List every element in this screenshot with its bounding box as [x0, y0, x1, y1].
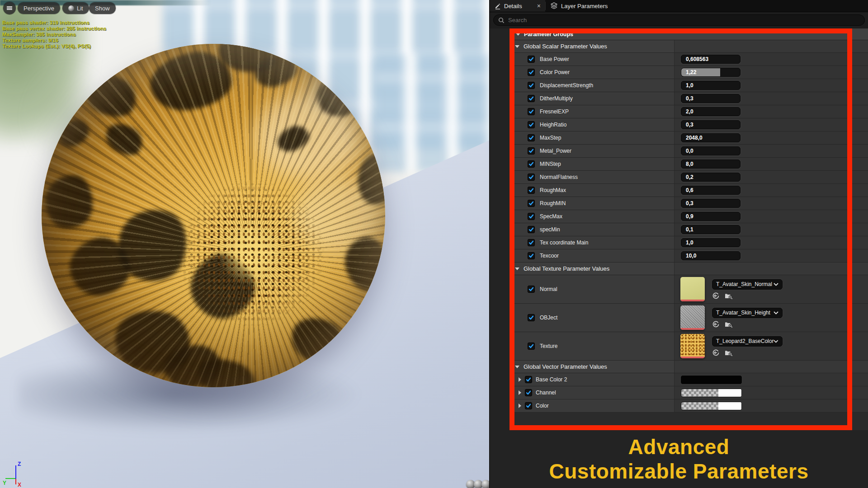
value-spinbox[interactable]: 2,0: [681, 107, 741, 116]
parameter-checkbox[interactable]: [525, 389, 532, 396]
value-spinbox[interactable]: 2048,0: [681, 133, 741, 142]
lit-button[interactable]: Lit: [62, 2, 89, 14]
parameter-checkbox[interactable]: [528, 134, 535, 141]
value-spinbox[interactable]: 1,0: [681, 81, 741, 90]
leopard-material-sphere[interactable]: [42, 44, 385, 387]
browse-to-asset-icon[interactable]: [724, 349, 733, 357]
expand-arrow-icon[interactable]: [519, 377, 521, 382]
parameter-name: Color: [536, 403, 549, 409]
value-spinbox[interactable]: 0,3: [681, 199, 741, 208]
parameter-checkbox[interactable]: [525, 402, 532, 409]
shader-stats-line: Base pass shader: 319 instructions: [2, 20, 106, 26]
scalar-parameter-row: Metal_Power 0,0: [510, 145, 868, 158]
parameter-checkbox[interactable]: [528, 286, 535, 293]
value-spinbox[interactable]: 0,3: [681, 94, 741, 103]
parameter-checkbox[interactable]: [528, 147, 535, 155]
perspective-button[interactable]: Perspective: [18, 2, 60, 14]
section-header-row[interactable]: Global Vector Parameter Values: [510, 361, 868, 373]
expand-arrow-icon[interactable]: [519, 390, 521, 395]
scalar-parameter-row: NormalFlatness 0,2: [510, 171, 868, 184]
parameter-checkbox[interactable]: [528, 56, 535, 63]
parameter-checkbox[interactable]: [528, 252, 535, 259]
parameter-checkbox[interactable]: [528, 108, 535, 115]
check-icon: [528, 135, 534, 141]
asset-dropdown[interactable]: T_Avatar_Skin_Height: [712, 308, 783, 318]
check-icon: [528, 96, 534, 101]
parameter-checkbox[interactable]: [525, 376, 532, 383]
parameter-checkbox[interactable]: [528, 200, 535, 207]
category-header-row[interactable]: Parameter Groups: [510, 28, 868, 40]
mesh-preview-thumbnails[interactable]: [467, 480, 489, 488]
axis-y-label: Y: [3, 480, 6, 486]
parameter-checkbox[interactable]: [528, 213, 535, 220]
parameter-checkbox[interactable]: [528, 314, 535, 321]
texture-thumbnail[interactable]: [680, 305, 705, 330]
texture-parameter-row: OBJect T_Avatar_Skin_Height: [510, 304, 868, 332]
value-spinbox[interactable]: 1,22: [681, 68, 741, 77]
asset-dropdown[interactable]: T_Leopard2_BaseColor: [712, 336, 783, 347]
use-selected-asset-icon[interactable]: [712, 320, 720, 328]
parameter-value: 8,0: [681, 161, 693, 167]
section-header-row[interactable]: Global Scalar Parameter Values: [510, 40, 868, 53]
texture-thumbnail[interactable]: [680, 277, 705, 301]
texture-thumbnail[interactable]: [680, 334, 705, 358]
value-spinbox[interactable]: 0,0: [681, 146, 741, 155]
check-icon: [528, 253, 534, 258]
parameter-checkbox[interactable]: [528, 187, 535, 194]
value-spinbox[interactable]: 8,0: [681, 160, 741, 169]
color-swatch[interactable]: [681, 402, 742, 410]
lit-sphere-icon: [68, 5, 74, 11]
scalar-parameter-row: SpecMax 0,9: [510, 210, 868, 223]
check-icon: [528, 148, 534, 154]
use-selected-asset-icon[interactable]: [712, 349, 720, 357]
section-header-row[interactable]: Global Texture Parameter Values: [510, 263, 868, 275]
use-selected-asset-icon[interactable]: [712, 292, 720, 300]
scalar-parameter-row: DitherMultiply 0,3: [510, 92, 868, 105]
parameter-value: 0,3: [681, 95, 693, 102]
parameter-name: SpecMax: [540, 213, 562, 220]
expand-arrow-icon[interactable]: [519, 404, 521, 408]
value-spinbox[interactable]: 0,1: [681, 225, 741, 234]
parameter-name: Tex coordinate Main: [540, 239, 588, 246]
tab-layer-parameters[interactable]: Layer Parameters: [546, 0, 612, 12]
value-spinbox[interactable]: 0,2: [681, 173, 741, 182]
search-placeholder: Search: [508, 17, 527, 23]
panel-tab-bar: Details × Layer Parameters: [490, 0, 868, 12]
parameter-checkbox[interactable]: [528, 174, 535, 181]
color-swatch[interactable]: [681, 389, 742, 397]
parameter-name: HeighRatio: [540, 122, 566, 128]
parameter-value: 0,9: [681, 213, 693, 220]
parameter-checkbox[interactable]: [528, 343, 535, 350]
value-spinbox[interactable]: 0,6: [681, 186, 741, 195]
show-button[interactable]: Show: [89, 2, 116, 14]
parameter-checkbox[interactable]: [528, 160, 535, 168]
value-spinbox[interactable]: 1,0: [681, 238, 741, 247]
browse-to-asset-icon[interactable]: [724, 292, 733, 300]
value-spinbox[interactable]: 0,608563: [681, 55, 741, 64]
parameter-checkbox[interactable]: [528, 69, 535, 76]
color-swatch[interactable]: [681, 375, 742, 384]
value-spinbox[interactable]: 0,9: [681, 212, 741, 221]
parameter-checkbox[interactable]: [528, 82, 535, 89]
parameter-checkbox[interactable]: [528, 121, 535, 128]
parameter-checkbox[interactable]: [528, 226, 535, 233]
check-icon: [528, 315, 534, 320]
shader-stats-line: MaxSampler: 385 instructions: [2, 32, 106, 38]
parameter-name: OBJect: [540, 314, 557, 321]
viewport-3d[interactable]: Perspective Lit Show Base pass shader: 3…: [0, 0, 489, 488]
browse-to-asset-icon[interactable]: [724, 320, 733, 328]
tab-layer-parameters-label: Layer Parameters: [561, 3, 608, 9]
tab-details[interactable]: Details ×: [490, 0, 545, 12]
parameter-checkbox[interactable]: [528, 95, 535, 102]
caption-line-1: Advanced: [628, 435, 730, 459]
search-input[interactable]: Search: [493, 14, 865, 26]
parameter-name: Texcoor: [540, 253, 559, 259]
viewport-menu-button[interactable]: [3, 2, 16, 14]
check-icon: [526, 377, 531, 382]
tab-close-icon[interactable]: ×: [537, 2, 541, 9]
parameter-checkbox[interactable]: [528, 239, 535, 246]
value-spinbox[interactable]: 10,0: [681, 251, 741, 260]
check-icon: [528, 227, 534, 232]
asset-dropdown[interactable]: T_Avatar_Skin_Normal: [712, 279, 783, 290]
value-spinbox[interactable]: 0,3: [681, 120, 741, 129]
